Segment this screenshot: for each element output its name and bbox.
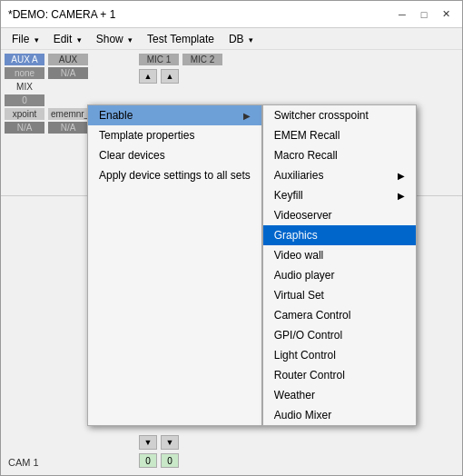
submenu: Switcher crosspoint EMEM Recall Macro Re… (262, 104, 417, 426)
submenu-macro[interactable]: Macro Recall (263, 145, 416, 165)
fader1-down-btn[interactable]: ▼ (139, 435, 157, 450)
minimize-button[interactable]: ─ (393, 5, 411, 24)
mix-label: MIX (5, 81, 44, 93)
xpoint-value: N/A (5, 122, 44, 134)
window-title: *DEMO: CAMERA + 1 (8, 8, 393, 21)
cam-label: CAM 1 (8, 457, 39, 468)
submenu-aux-arrow: ▶ (398, 171, 405, 181)
fader-down-area: ▼ ▼ (139, 435, 179, 450)
submenu-audiomixer[interactable]: Audio Mixer (263, 405, 416, 425)
mic2-up-btn[interactable]: ▲ (161, 69, 179, 84)
submenu-graphics[interactable]: Graphics (263, 225, 416, 245)
aux-a-value: none (5, 67, 44, 79)
aux-value: N/A (48, 67, 88, 79)
context-item-clear-devices[interactable]: Clear devices (88, 145, 261, 165)
submenu-keyfill-arrow: ▶ (398, 191, 405, 201)
xpoint-value-row: N/A N/A (5, 122, 100, 134)
ememnr-value: N/A (48, 122, 88, 134)
menu-edit[interactable]: Edit ▾ (46, 31, 89, 47)
maximize-button[interactable]: □ (415, 5, 433, 24)
submenu-keyfill[interactable]: Keyfill ▶ (263, 185, 416, 205)
fader-val-area: 0 0 (139, 453, 179, 468)
aux-label: AUX (48, 54, 88, 65)
submenu-audioplayer[interactable]: Audio player (263, 265, 416, 285)
context-item-apply-settings[interactable]: Apply device settings to all sets (88, 165, 261, 185)
submenu-videoserver[interactable]: Videoserver (263, 205, 416, 225)
main-window: *DEMO: CAMERA + 1 ─ □ ✕ File ▾ Edit ▾ Sh… (0, 0, 463, 476)
menu-test-template[interactable]: Test Template (140, 31, 222, 47)
submenu-arrow-enable: ▶ (243, 111, 251, 121)
submenu-gpio[interactable]: GPI/O Control (263, 325, 416, 345)
submenu-emem[interactable]: EMEM Recall (263, 125, 416, 145)
submenu-videowall[interactable]: Video wall (263, 245, 416, 265)
context-menu-container: Enable ▶ Template properties Clear devic… (87, 104, 417, 426)
submenu-aux[interactable]: Auxiliaries ▶ (263, 165, 416, 185)
context-item-template-props[interactable]: Template properties (88, 125, 261, 145)
submenu-weather[interactable]: Weather (263, 385, 416, 405)
aux-value-row: none N/A (5, 67, 100, 79)
close-button[interactable]: ✕ (437, 5, 455, 24)
app-content: AUX A AUX none N/A MIX 0 xpoint ememnr_p… (1, 50, 462, 475)
mic2-label: MIC 2 (182, 54, 222, 65)
aux-row: AUX A AUX (5, 54, 100, 65)
mix-label-row: MIX (5, 81, 100, 93)
submenu-switcher[interactable]: Switcher crosspoint (263, 105, 416, 125)
fader2-value: 0 (161, 453, 179, 468)
mix-value-row: 0 (5, 94, 100, 106)
xpoint-label: xpoint (5, 108, 44, 120)
fader2-down-btn[interactable]: ▼ (161, 435, 179, 450)
mic-header-row: MIC 1 MIC 2 (135, 50, 226, 69)
menu-db[interactable]: DB ▾ (222, 31, 261, 47)
mic-area: MIC 1 MIC 2 ▲ ▲ (135, 50, 226, 84)
context-menu: Enable ▶ Template properties Clear devic… (87, 104, 262, 426)
mix-value: 0 (5, 94, 44, 106)
context-item-enable[interactable]: Enable ▶ (88, 105, 261, 125)
title-bar: *DEMO: CAMERA + 1 ─ □ ✕ (1, 1, 462, 28)
submenu-virtualset[interactable]: Virtual Set (263, 285, 416, 305)
mic1-up-btn[interactable]: ▲ (139, 69, 157, 84)
mic1-label: MIC 1 (139, 54, 179, 65)
menu-bar: File ▾ Edit ▾ Show ▾ Test Template DB ▾ (1, 28, 462, 50)
xpoint-row: xpoint ememnr_pr (5, 108, 100, 120)
menu-show[interactable]: Show ▾ (89, 31, 140, 47)
aux-a-label: AUX A (5, 54, 44, 65)
window-controls: ─ □ ✕ (393, 5, 455, 24)
submenu-routercontrol[interactable]: Router Control (263, 365, 416, 385)
menu-file[interactable]: File ▾ (5, 31, 46, 47)
submenu-cameracontrol[interactable]: Camera Control (263, 305, 416, 325)
submenu-lightcontrol[interactable]: Light Control (263, 345, 416, 365)
fader1-value: 0 (139, 453, 157, 468)
mic-btn-row: ▲ ▲ (135, 69, 226, 84)
